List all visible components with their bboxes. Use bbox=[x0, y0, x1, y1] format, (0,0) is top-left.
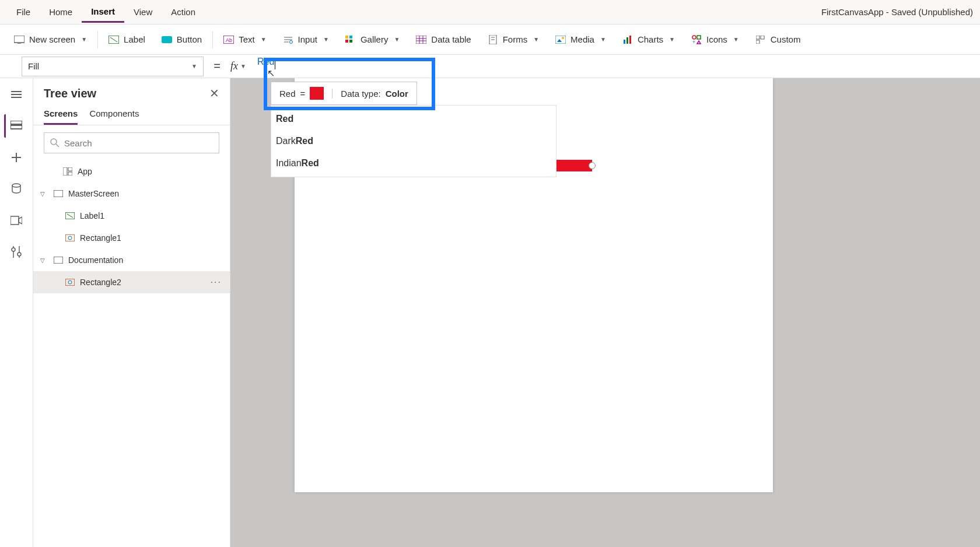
input-button[interactable]: Input ▼ bbox=[275, 30, 337, 50]
media-button[interactable]: Media ▼ bbox=[547, 30, 614, 50]
formula-input[interactable]: Red bbox=[251, 57, 980, 76]
menu-action[interactable]: Action bbox=[162, 2, 205, 22]
suggest-item-darkred[interactable]: DarkRed bbox=[271, 130, 556, 152]
fx-button[interactable]: fx▼ bbox=[230, 60, 251, 72]
screen-icon bbox=[14, 34, 24, 45]
rectangle-icon bbox=[65, 277, 75, 287]
color-swatch bbox=[310, 87, 324, 100]
property-name: Fill bbox=[28, 61, 39, 71]
tree-master-label: MasterScreen bbox=[68, 189, 119, 198]
menu-view[interactable]: View bbox=[124, 2, 162, 22]
label-button-label: Label bbox=[124, 34, 145, 44]
more-button[interactable]: ··· bbox=[211, 277, 222, 287]
tree-rectangle2-label: Rectangle2 bbox=[80, 278, 121, 287]
svg-point-48 bbox=[12, 248, 15, 251]
search-input[interactable] bbox=[64, 138, 213, 148]
tree-screen-documentation[interactable]: ▽ Documentation bbox=[33, 249, 230, 271]
chevron-down-icon: ▼ bbox=[261, 36, 267, 43]
search-box[interactable] bbox=[44, 132, 219, 153]
forms-button[interactable]: Forms ▼ bbox=[480, 30, 547, 50]
svg-text:+: + bbox=[692, 39, 695, 44]
label-button[interactable]: Label bbox=[100, 30, 153, 50]
svg-rect-35 bbox=[756, 40, 760, 44]
text-button[interactable]: Ab Text ▼ bbox=[215, 30, 274, 50]
data-table-label: Data table bbox=[431, 34, 471, 44]
screen-icon bbox=[53, 255, 64, 265]
close-panel-button[interactable]: ✕ bbox=[209, 86, 219, 100]
app-title: FirstCanvasApp - Saved (Unpublished) bbox=[821, 7, 973, 17]
tree-rectangle1-label: Rectangle1 bbox=[80, 233, 121, 243]
rail-data[interactable] bbox=[5, 177, 28, 201]
chevron-down-icon: ▼ bbox=[191, 63, 197, 69]
chevron-down-icon: ▼ bbox=[533, 36, 539, 43]
svg-rect-61 bbox=[65, 279, 75, 286]
rail-media[interactable] bbox=[5, 209, 28, 232]
forms-label: Forms bbox=[503, 34, 528, 44]
gallery-button[interactable]: Gallery ▼ bbox=[337, 30, 408, 50]
svg-point-49 bbox=[18, 253, 21, 256]
new-screen-label: New screen bbox=[29, 34, 75, 44]
menu-insert[interactable]: Insert bbox=[82, 2, 124, 23]
input-button-label: Input bbox=[298, 34, 317, 44]
chevron-down-icon: ▼ bbox=[600, 36, 606, 43]
suggest-item-indianred[interactable]: IndianRed bbox=[271, 152, 556, 174]
icons-label: Icons bbox=[706, 34, 727, 44]
custom-button[interactable]: Custom bbox=[747, 30, 809, 50]
chevron-down-icon: ▼ bbox=[733, 36, 739, 43]
menu-file[interactable]: File bbox=[7, 2, 40, 22]
svg-rect-58 bbox=[65, 234, 75, 241]
equals-sign: = bbox=[204, 59, 230, 73]
chevron-down-icon[interactable]: ▽ bbox=[40, 191, 48, 197]
svg-line-57 bbox=[67, 214, 73, 218]
charts-icon bbox=[622, 34, 633, 45]
text-icon: Ab bbox=[223, 34, 234, 45]
svg-rect-26 bbox=[624, 40, 625, 44]
property-selector[interactable]: Fill ▼ bbox=[22, 57, 204, 76]
datatype-label: Data type: bbox=[341, 89, 380, 99]
tooltip-eq: = bbox=[300, 89, 306, 99]
svg-point-59 bbox=[68, 236, 72, 240]
button-button-label: Button bbox=[177, 34, 202, 44]
label-icon bbox=[65, 211, 75, 221]
svg-point-43 bbox=[12, 184, 20, 187]
resize-handle-right[interactable] bbox=[589, 162, 596, 169]
formula-tooltip: Red = Data type: Color bbox=[271, 82, 417, 105]
svg-rect-60 bbox=[54, 257, 63, 264]
tree-app[interactable]: App bbox=[33, 160, 230, 183]
chevron-down-icon[interactable]: ▽ bbox=[40, 257, 48, 264]
rail-advanced[interactable] bbox=[5, 240, 28, 264]
tree-label1[interactable]: Label1 bbox=[33, 205, 230, 227]
rail-hamburger[interactable] bbox=[5, 83, 28, 106]
svg-marker-45 bbox=[19, 217, 22, 224]
tab-screens[interactable]: Screens bbox=[44, 104, 78, 125]
forms-icon bbox=[488, 34, 498, 45]
button-button[interactable]: Button bbox=[153, 30, 210, 50]
mouse-cursor: ↖ bbox=[267, 68, 275, 79]
tree-rectangle2[interactable]: Rectangle2 ··· bbox=[33, 271, 230, 293]
svg-marker-24 bbox=[557, 39, 562, 42]
chevron-down-icon: ▼ bbox=[323, 36, 329, 43]
charts-button[interactable]: Charts ▼ bbox=[614, 30, 683, 50]
menu-home[interactable]: Home bbox=[40, 2, 82, 22]
svg-rect-11 bbox=[345, 36, 348, 38]
tree-rectangle1[interactable]: Rectangle1 bbox=[33, 227, 230, 249]
suggest-item-red[interactable]: Red bbox=[271, 108, 556, 130]
svg-rect-54 bbox=[68, 172, 72, 176]
svg-point-25 bbox=[562, 37, 564, 39]
tooltip-value: Red = bbox=[271, 87, 332, 100]
icons-button[interactable]: + Icons ▼ bbox=[683, 30, 747, 50]
rail-insert[interactable] bbox=[5, 146, 28, 169]
tree-screen-master[interactable]: ▽ MasterScreen bbox=[33, 183, 230, 205]
insert-toolbar: New screen ▼ Label Button Ab Text ▼ Inpu… bbox=[0, 24, 980, 55]
svg-marker-32 bbox=[697, 41, 701, 44]
data-table-button[interactable]: Data table bbox=[408, 30, 479, 50]
svg-rect-39 bbox=[10, 121, 22, 124]
svg-rect-40 bbox=[10, 125, 22, 129]
rail-tree-view[interactable] bbox=[4, 114, 27, 138]
custom-icon bbox=[755, 34, 766, 45]
icons-icon: + bbox=[691, 34, 702, 45]
app-icon bbox=[62, 166, 73, 177]
new-screen-button[interactable]: New screen ▼ bbox=[6, 30, 95, 50]
svg-point-50 bbox=[51, 139, 57, 145]
tab-components[interactable]: Components bbox=[89, 104, 139, 125]
